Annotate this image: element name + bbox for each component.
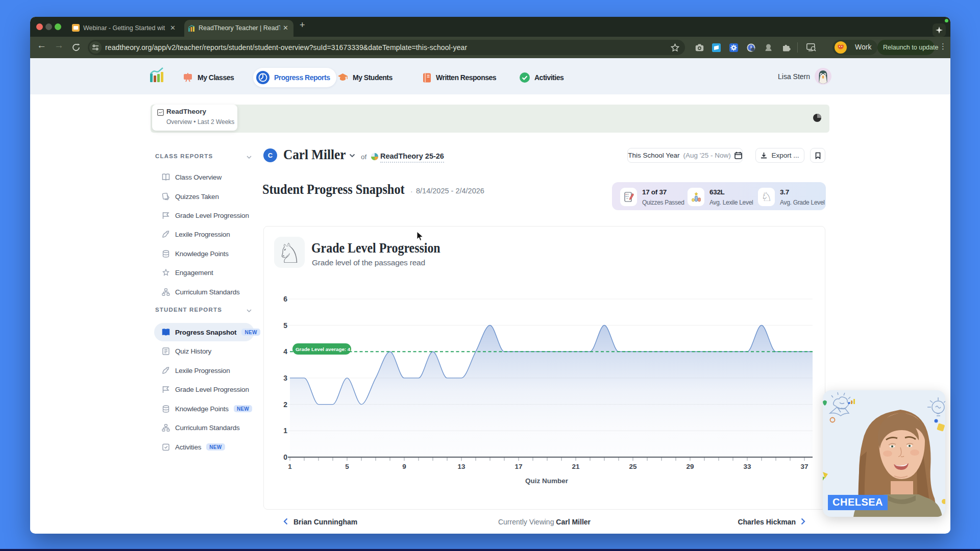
svg-text:Grade Level average: 4: Grade Level average: 4 xyxy=(296,346,351,352)
svg-text:5: 5 xyxy=(345,463,349,470)
svg-text:1: 1 xyxy=(283,427,287,435)
svg-text:3: 3 xyxy=(283,374,287,382)
svg-text:1: 1 xyxy=(288,463,292,470)
svg-text:2: 2 xyxy=(283,400,287,409)
svg-text:5: 5 xyxy=(283,321,287,330)
svg-text:13: 13 xyxy=(457,463,465,470)
svg-text:9: 9 xyxy=(402,463,406,470)
svg-text:17: 17 xyxy=(514,463,522,470)
svg-text:33: 33 xyxy=(743,463,751,470)
svg-text:25: 25 xyxy=(629,463,637,470)
svg-text:6: 6 xyxy=(283,295,287,303)
svg-text:29: 29 xyxy=(686,463,694,470)
svg-text:4: 4 xyxy=(283,347,287,356)
svg-text:37: 37 xyxy=(800,463,808,470)
svg-text:21: 21 xyxy=(572,463,580,470)
svg-text:0: 0 xyxy=(283,453,287,461)
svg-text:Quiz Number: Quiz Number xyxy=(525,477,569,485)
